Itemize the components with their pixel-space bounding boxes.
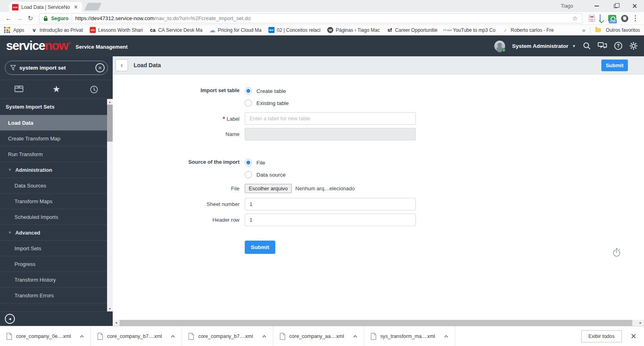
radio-file[interactable]: File (245, 157, 286, 169)
download-item[interactable]: core_company_b7....xml (91, 326, 182, 346)
bookmark-star-icon[interactable]: ☆ (572, 15, 578, 22)
restore-button[interactable] (606, 0, 625, 12)
browser-tab[interactable]: now Load Data | ServiceNow ✕ (9, 2, 82, 12)
show-all-downloads-button[interactable]: Exibir todos (581, 330, 622, 342)
minimize-button[interactable] (587, 0, 606, 12)
extension-doc-icon[interactable] (589, 15, 595, 22)
forward-nav-icon[interactable]: → (14, 15, 25, 22)
browser-menu-icon[interactable] (633, 15, 638, 22)
bookmark-item[interactable]: WPáginas ‹ Tiago Mac (327, 27, 380, 33)
tab-close-icon[interactable]: ✕ (73, 4, 79, 10)
bookmark-item[interactable]: sfCareer Opportunitie (387, 27, 438, 33)
bookmark-item[interactable]: vIntrodução ao Privat (31, 27, 83, 33)
chevron-down-icon[interactable]: ▼ (572, 44, 576, 48)
field-label-header-row: Header row (113, 217, 245, 223)
sidebar-item-data-sources[interactable]: Data Sources (0, 178, 107, 194)
chat-icon[interactable] (598, 42, 607, 50)
close-downloads-icon[interactable] (631, 334, 636, 339)
sidebar-item-progress[interactable]: Progress (0, 256, 107, 272)
radio-selected-icon[interactable] (245, 87, 252, 95)
horizontal-scrollbar[interactable]: ◄ ► (113, 320, 644, 326)
servicenow-logo[interactable]: servicenow (6, 39, 70, 53)
bookmark-item[interactable]: TEDLessons Worth Shari (90, 27, 143, 33)
nav-app-header[interactable]: System Import Sets (0, 99, 107, 115)
tab-favorites[interactable]: ★ (37, 84, 75, 95)
scroll-up-icon[interactable]: ▲ (107, 99, 113, 105)
apps-grid-icon[interactable] (4, 27, 10, 33)
close-button[interactable] (625, 0, 644, 12)
chevron-up-icon[interactable] (171, 335, 175, 338)
radio-unselected-icon[interactable] (245, 171, 252, 178)
scroll-down-icon[interactable]: ▼ (107, 306, 113, 311)
download-item[interactable]: sys_transform_ma....xml (364, 326, 455, 346)
secure-label[interactable]: Seguro (51, 16, 68, 21)
download-item[interactable]: core_company_0e....xml (0, 326, 91, 346)
navigator-filter[interactable]: ✕ (5, 61, 108, 75)
header-submit-button[interactable]: Submit (601, 60, 628, 71)
bookmark-item[interactable]: ☁Pricing for Cloud Ma (209, 27, 262, 33)
bookmark-item[interactable]: caCA Service Desk Ma (150, 27, 202, 33)
radio-data-source[interactable]: Data source (245, 169, 286, 181)
other-favorites[interactable]: Outros favoritos (606, 27, 640, 33)
chevron-up-icon[interactable] (353, 335, 357, 338)
sidebar-item-create-transform-map[interactable]: Create Transform Map (0, 131, 107, 146)
sidebar-item-load-data[interactable]: Load Data (0, 115, 107, 131)
collapse-sidebar-icon[interactable]: ◄ (5, 314, 15, 324)
main-content: ‹ Load Data Submit Import set table Crea… (113, 56, 644, 326)
user-menu[interactable]: System Administrator (512, 43, 568, 49)
apps-shortcut[interactable]: Apps (13, 27, 24, 33)
address-bar[interactable]: Seguro https://dev47312.service-now.com/… (39, 13, 582, 23)
gear-icon[interactable] (629, 41, 638, 50)
search-icon[interactable] (583, 42, 591, 50)
header-row-input[interactable] (245, 214, 416, 226)
extensions-row: 4,54 (586, 14, 641, 23)
sidebar-item-transform-maps[interactable]: Transform Maps (0, 194, 107, 209)
sidebar-section-administration[interactable]: ▼Administration (0, 162, 107, 178)
sidebar-item-transform-history[interactable]: Transform History (0, 272, 107, 288)
back-nav-icon[interactable]: ← (3, 15, 14, 22)
browser-profile-name[interactable]: Tiago (561, 3, 573, 9)
scroll-right-icon[interactable]: ► (637, 321, 644, 325)
url-text[interactable]: https://dev47312.service-now.com/nav_to.… (75, 15, 250, 21)
reload-icon[interactable]: ↻ (25, 14, 36, 22)
sidebar-item-scheduled-imports[interactable]: Scheduled Imports (0, 209, 107, 225)
bookmarks-overflow-icon[interactable]: » (582, 27, 586, 33)
browser-titlebar: now Load Data | ServiceNow ✕ Tiago (0, 0, 644, 12)
back-button[interactable]: ‹ (116, 59, 128, 71)
response-time-stopwatch-icon[interactable] (612, 247, 621, 259)
filter-navigator-input[interactable] (19, 65, 92, 71)
radio-selected-icon[interactable] (245, 159, 252, 166)
sheet-number-input[interactable] (245, 198, 416, 210)
extension-camera-icon[interactable]: 4,54 (608, 15, 616, 22)
new-tab-button[interactable] (85, 3, 102, 10)
bookmark-item[interactable]: MVA02 | Conceitos relaci (268, 27, 321, 33)
scroll-left-icon[interactable]: ◄ (113, 321, 120, 325)
choose-file-button[interactable]: Escolher arquivo (245, 184, 292, 193)
chevron-up-icon[interactable] (80, 335, 84, 338)
bookmark-item[interactable]: YT mp3YouTube to mp3 Co (444, 27, 495, 33)
extension-shield-icon[interactable] (621, 15, 628, 22)
label-input[interactable] (245, 112, 416, 125)
sidebar-item-run-transform[interactable]: Run Transform (0, 146, 107, 162)
chevron-up-icon[interactable] (262, 335, 266, 338)
radio-create-table[interactable]: Create table (245, 85, 289, 97)
avatar[interactable] (494, 41, 505, 51)
chevron-up-icon[interactable] (444, 335, 448, 338)
radio-unselected-icon[interactable] (245, 99, 252, 107)
sidebar-scrollbar[interactable]: ▲ ▼ (107, 99, 113, 311)
sidebar-item-transform-errors[interactable]: Transform Errors (0, 288, 107, 303)
scrollbar-thumb[interactable] (120, 320, 632, 326)
tab-all-applications[interactable] (0, 86, 37, 93)
help-icon[interactable]: ? (614, 42, 622, 50)
form-submit-button[interactable]: Submit (245, 241, 275, 254)
download-item[interactable]: core_company_aa....xml (273, 326, 364, 346)
radio-existing-table[interactable]: Existing table (245, 97, 289, 109)
tab-history[interactable] (75, 85, 113, 94)
sidebar-item-import-sets[interactable]: Import Sets (0, 241, 107, 256)
scrollbar-thumb[interactable] (107, 105, 113, 142)
download-item[interactable]: core_company_b7....xml (182, 326, 273, 346)
extension-chevrons-icon[interactable] (600, 14, 603, 23)
clear-filter-icon[interactable]: ✕ (95, 63, 105, 72)
bookmark-item[interactable]: ♪Roberto carlos - Fre (502, 27, 554, 33)
sidebar-section-advanced[interactable]: ▼Advanced (0, 225, 107, 241)
